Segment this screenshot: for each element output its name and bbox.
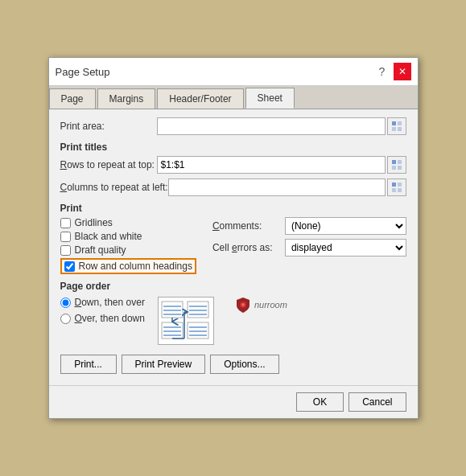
print-titles-label: Print titles <box>60 142 406 153</box>
tab-header-footer[interactable]: Header/Footer <box>157 88 243 109</box>
black-white-label: Black and white <box>75 231 142 242</box>
page-order-section: Down, then over Over, then down <box>60 297 406 345</box>
draft-quality-label: Draft quality <box>75 244 126 256</box>
columns-select-icon <box>391 182 402 193</box>
dialog-footer: OK Cancel <box>49 385 418 418</box>
rows-repeat-row: Rows to repeat at top: <box>60 156 406 174</box>
title-bar: Page Setup ? ✕ <box>49 58 418 86</box>
down-then-over-radio[interactable] <box>60 298 71 308</box>
dialog-title: Page Setup <box>56 66 110 78</box>
svg-rect-8 <box>392 183 396 187</box>
columns-repeat-input[interactable] <box>168 178 386 196</box>
rows-select-icon <box>391 159 402 170</box>
gridlines-row: Gridlines <box>60 217 196 228</box>
options-button[interactable]: Options... <box>210 355 278 374</box>
grid-select-icon <box>391 121 402 132</box>
svg-rect-9 <box>398 183 402 187</box>
cell-errors-select[interactable]: displayed <box>285 239 406 256</box>
print-area-row: Print area: <box>60 117 406 135</box>
nurroom-text: nurroom <box>254 300 287 310</box>
page-order-radio-group: Down, then over Over, then down <box>60 297 145 324</box>
svg-rect-1 <box>398 121 402 125</box>
svg-rect-10 <box>392 188 396 192</box>
print-area-input[interactable] <box>157 117 386 135</box>
cancel-button[interactable]: Cancel <box>348 392 406 412</box>
svg-rect-13 <box>188 302 208 318</box>
row-col-headings-checkbox[interactable] <box>64 261 75 272</box>
svg-rect-6 <box>392 166 396 170</box>
row-col-headings-row: Row and column headings <box>60 258 196 274</box>
draft-quality-row: Draft quality <box>60 244 196 256</box>
page-order-diagram-svg <box>160 300 212 342</box>
black-white-row: Black and white <box>60 231 196 242</box>
page-order-label: Page order <box>60 281 406 292</box>
rows-repeat-label: Rows to repeat at top: <box>60 159 157 170</box>
svg-rect-5 <box>398 160 402 164</box>
print-dropdowns: Comments: (None) Cell errors as: display… <box>212 217 406 274</box>
svg-rect-15 <box>188 322 208 339</box>
over-then-down-radio[interactable] <box>60 314 71 324</box>
svg-rect-7 <box>398 166 402 170</box>
columns-repeat-row: Columns to repeat at left: <box>60 178 406 196</box>
svg-rect-12 <box>162 302 183 318</box>
over-then-down-row: Over, then down <box>60 313 145 324</box>
print-preview-button[interactable]: Print Preview <box>122 355 206 374</box>
dialog-content: Print area: Print titles Rows to repeat … <box>49 109 418 385</box>
down-then-over-label: Down, then over <box>75 297 145 308</box>
cell-errors-row: Cell errors as: displayed <box>212 239 406 256</box>
page-setup-dialog: Page Setup ? ✕ Page Margins Header/Foote… <box>48 57 419 419</box>
draft-quality-checkbox[interactable] <box>60 245 71 256</box>
svg-rect-3 <box>398 127 402 131</box>
columns-repeat-select-button[interactable] <box>387 178 406 196</box>
close-button[interactable]: ✕ <box>394 63 411 80</box>
action-buttons-left: Print... Print Preview Options... <box>60 355 279 374</box>
comments-select[interactable]: (None) <box>285 217 406 235</box>
svg-rect-4 <box>392 160 396 164</box>
svg-point-33 <box>241 303 245 306</box>
down-then-over-row: Down, then over <box>60 297 145 308</box>
svg-rect-11 <box>398 188 402 192</box>
svg-rect-2 <box>392 127 396 131</box>
tab-page[interactable]: Page <box>49 88 96 109</box>
print-area-label: Print area: <box>60 121 157 132</box>
svg-rect-0 <box>392 121 396 125</box>
row-col-headings-label: Row and column headings <box>79 261 192 272</box>
comments-row: Comments: (None) <box>212 217 406 235</box>
nurroom-logo: nurroom <box>235 297 287 313</box>
tab-bar: Page Margins Header/Footer Sheet <box>49 86 418 109</box>
action-buttons-row: Print... Print Preview Options... <box>60 355 406 374</box>
print-area-select-button[interactable] <box>387 117 406 135</box>
tab-sheet[interactable]: Sheet <box>245 88 295 109</box>
gridlines-checkbox[interactable] <box>60 218 71 228</box>
cell-errors-label: Cell errors as: <box>212 242 281 253</box>
rows-repeat-select-button[interactable] <box>387 156 406 174</box>
ok-button[interactable]: OK <box>296 392 344 412</box>
rows-repeat-input[interactable] <box>157 156 386 174</box>
svg-rect-14 <box>162 322 183 339</box>
columns-repeat-label: Columns to repeat at left: <box>60 182 168 193</box>
page-order-diagram <box>158 297 214 345</box>
comments-label: Comments: <box>212 220 281 232</box>
print-checkboxes: Gridlines Black and white Draft quality … <box>60 217 196 274</box>
print-button[interactable]: Print... <box>60 355 117 374</box>
gridlines-label: Gridlines <box>75 217 113 228</box>
black-white-checkbox[interactable] <box>60 232 71 242</box>
tab-margins[interactable]: Margins <box>97 88 156 109</box>
print-section: Gridlines Black and white Draft quality … <box>60 217 406 274</box>
over-then-down-label: Over, then down <box>75 313 145 324</box>
print-section-label: Print <box>60 203 406 214</box>
nurroom-shield-icon <box>235 297 251 313</box>
help-button[interactable]: ? <box>374 64 390 80</box>
